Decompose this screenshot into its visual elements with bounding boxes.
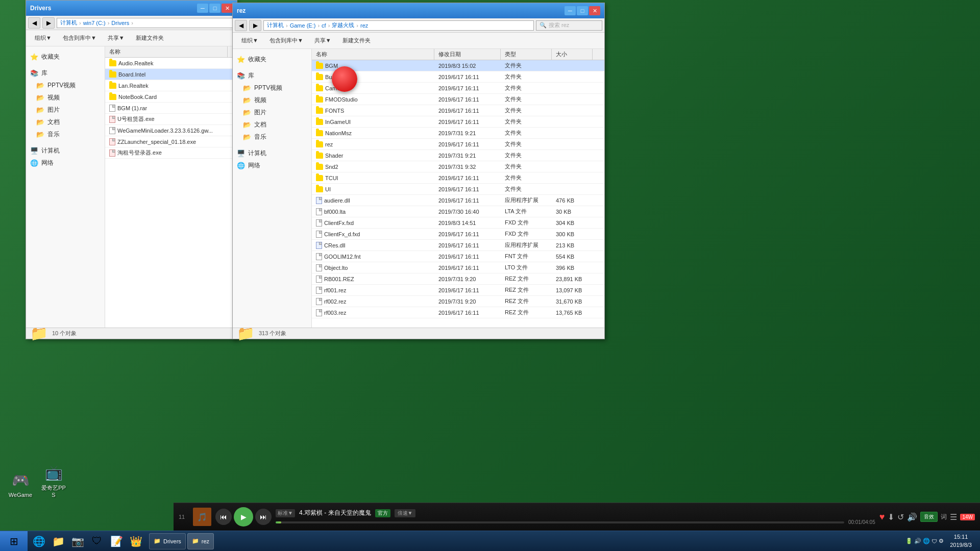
file-row-ingameui[interactable]: InGameUI 2019/6/17 16:11 文件夹 bbox=[312, 116, 604, 128]
search-box-rez[interactable]: 🔍 搜索 rez bbox=[536, 20, 602, 31]
taskbar-icon-word[interactable]: 📝 bbox=[107, 532, 126, 550]
file-row-audio-realtek[interactable]: Audio.Realtek bbox=[105, 58, 237, 69]
media-speed[interactable]: 倍速▼ bbox=[395, 509, 416, 517]
sidebar-item-computer[interactable]: 🖥️ 计算机 bbox=[26, 144, 105, 157]
taskbar-icon-camera[interactable]: 📷 bbox=[68, 532, 87, 550]
organize-button-rez[interactable]: 组织▼ bbox=[237, 35, 263, 47]
forward-button-rez[interactable]: ▶ bbox=[249, 20, 261, 31]
taskbar-icon-360[interactable]: 🛡 bbox=[88, 532, 106, 550]
sidebar-item-music[interactable]: 📂 音乐 bbox=[26, 128, 105, 140]
share-button-drivers[interactable]: 共享▼ bbox=[103, 32, 129, 44]
file-row-tao-exe[interactable]: 淘租号登录器.exe bbox=[105, 147, 237, 159]
media-progress-bar[interactable] bbox=[276, 521, 844, 523]
tray-icon-2[interactable]: 🔊 bbox=[914, 538, 921, 544]
file-row-clientfx-d-fxd[interactable]: ClientFx_d.fxd 2019/6/17 16:11 FXD 文件 30… bbox=[312, 229, 604, 240]
file-row-rf002-rez[interactable]: rf002.rez 2019/7/31 9:20 REZ 文件 31,670 K… bbox=[312, 296, 604, 307]
close-button-rez[interactable]: ✕ bbox=[589, 6, 600, 15]
sidebar-rez-favorites[interactable]: ⭐ 收藏夹 bbox=[233, 53, 311, 65]
media-loop-button[interactable]: ↺ bbox=[897, 512, 904, 522]
close-button-drivers[interactable]: ✕ bbox=[222, 4, 233, 13]
sidebar-item-docs[interactable]: 📂 文档 bbox=[26, 116, 105, 128]
sidebar-rez-computer[interactable]: 🖥️ 计算机 bbox=[233, 147, 311, 159]
new-folder-button-rez[interactable]: 新建文件夹 bbox=[338, 35, 375, 47]
file-row-fonts[interactable]: FONTS 2019/6/17 16:11 文件夹 bbox=[312, 105, 604, 116]
sidebar-rez-music[interactable]: 📂 音乐 bbox=[233, 131, 311, 143]
file-row-clientfx-fxd[interactable]: ClientFx.fxd 2019/8/3 14:51 FXD 文件 304 K… bbox=[312, 217, 604, 229]
tray-icon-5[interactable]: ⚙ bbox=[939, 538, 944, 544]
media-lyrics-button[interactable]: 词 bbox=[941, 513, 947, 521]
maximize-button-rez[interactable]: □ bbox=[577, 6, 588, 15]
sidebar-rez-library[interactable]: 📚 库 bbox=[233, 69, 311, 82]
file-row-object-lto[interactable]: Object.lto 2019/6/17 16:11 LTO 文件 396 KB bbox=[312, 262, 604, 273]
file-row-u-exe[interactable]: U号租赁器.exe bbox=[105, 114, 237, 125]
path-rez[interactable]: rez bbox=[360, 22, 368, 29]
media-volume-label[interactable]: 音效 bbox=[920, 512, 938, 522]
file-row-wegame[interactable]: WeGameMiniLoader.3.23.3.6126.gw... bbox=[105, 125, 237, 136]
sidebar-rez-pptv[interactable]: 📂 PPTV视频 bbox=[233, 82, 311, 94]
sidebar-item-favorites[interactable]: ⭐ 收藏夹 bbox=[26, 51, 105, 63]
col-header-name-drivers[interactable]: 名称 bbox=[105, 46, 228, 57]
path-computer-drivers[interactable]: 计算机 bbox=[60, 19, 77, 27]
file-row-rf001-rez[interactable]: rf001.rez 2019/6/17 16:11 REZ 文件 13,097 … bbox=[312, 285, 604, 296]
back-button-drivers[interactable]: ◀ bbox=[28, 17, 40, 29]
sidebar-rez-photos[interactable]: 📂 图片 bbox=[233, 106, 311, 118]
file-row-fmodstudio[interactable]: FMODStudio 2019/6/17 16:11 文件夹 bbox=[312, 94, 604, 105]
minimize-button-rez[interactable]: ─ bbox=[565, 6, 576, 15]
file-row-tcui[interactable]: TCUI 2019/6/17 16:11 文件夹 bbox=[312, 172, 604, 184]
path-computer-rez[interactable]: 计算机 bbox=[267, 21, 284, 29]
path-game-e[interactable]: Game (E:) bbox=[290, 22, 316, 29]
back-button-rez[interactable]: ◀ bbox=[235, 20, 247, 31]
media-prev-button[interactable]: ⏮ bbox=[215, 509, 232, 525]
file-row-goolim-fnt[interactable]: GOOLIM12.fnt 2019/6/17 16:11 FNT 文件 554 … bbox=[312, 251, 604, 262]
file-row-board-intel[interactable]: Board.Intel bbox=[105, 69, 237, 80]
sidebar-item-pptv[interactable]: 📂 PPTV视频 bbox=[26, 79, 105, 91]
file-row-rf003-rez[interactable]: rf003.rez 2019/6/17 16:11 REZ 文件 13,765 … bbox=[312, 307, 604, 318]
forward-button-drivers[interactable]: ▶ bbox=[42, 17, 55, 29]
sidebar-item-network[interactable]: 🌐 网络 bbox=[26, 157, 105, 169]
taskbar-icon-explorer[interactable]: 📁 bbox=[49, 532, 67, 550]
col-header-date-rez[interactable]: 修改日期 bbox=[434, 49, 501, 60]
taskbar-app-drivers[interactable]: 📁 Drivers bbox=[149, 533, 186, 549]
titlebar-drivers[interactable]: Drivers ─ □ ✕ bbox=[26, 1, 237, 16]
file-row-ui[interactable]: UI 2019/6/17 16:11 文件夹 bbox=[312, 184, 604, 195]
file-row-audiere-dll[interactable]: audiere.dll 2019/6/17 16:11 应用程序扩展 476 K… bbox=[312, 195, 604, 206]
desktop-icon-wegame[interactable]: 🎮 WeGame bbox=[5, 468, 36, 500]
path-crossfire[interactable]: 穿越火线 bbox=[332, 21, 354, 29]
share-button-rez[interactable]: 共享▼ bbox=[310, 35, 336, 47]
titlebar-rez[interactable]: rez ─ □ ✕ bbox=[233, 3, 604, 18]
media-heart-button[interactable]: ♥ bbox=[879, 512, 885, 522]
organize-button-drivers[interactable]: 组织▼ bbox=[30, 32, 56, 44]
file-row-shader[interactable]: Shader 2019/7/31 9:21 文件夹 bbox=[312, 150, 604, 161]
media-volume-icon[interactable]: 🔊 bbox=[907, 512, 917, 522]
taskbar-icon-ie[interactable]: 🌐 bbox=[30, 532, 48, 550]
file-row-bgm-rar[interactable]: BGM (1).rar bbox=[105, 103, 237, 114]
new-folder-button-drivers[interactable]: 新建文件夹 bbox=[131, 32, 168, 44]
file-row-notebook[interactable]: NoteBook.Card bbox=[105, 91, 237, 103]
path-cf[interactable]: cf bbox=[322, 22, 326, 29]
file-row-rez-folder[interactable]: rez 2019/6/17 16:11 文件夹 bbox=[312, 139, 604, 150]
col-header-type-rez[interactable]: 类型 bbox=[501, 49, 552, 60]
maximize-button-drivers[interactable]: □ bbox=[209, 4, 220, 13]
file-row-cres-dll[interactable]: CRes.dll 2019/6/17 16:11 应用程序扩展 213 KB bbox=[312, 240, 604, 251]
taskbar-app-rez[interactable]: 📁 rez bbox=[187, 533, 214, 549]
include-library-button-rez[interactable]: 包含到库中▼ bbox=[265, 35, 308, 47]
sidebar-rez-network[interactable]: 🌐 网络 bbox=[233, 159, 311, 171]
sidebar-item-photos[interactable]: 📂 图片 bbox=[26, 104, 105, 116]
file-row-snd2[interactable]: Snd2 2019/7/31 9:32 文件夹 bbox=[312, 161, 604, 172]
tray-icon-4[interactable]: 🛡 bbox=[932, 538, 937, 544]
tray-icon-3[interactable]: 🌐 bbox=[923, 538, 930, 544]
media-playlist-button[interactable]: ☰ bbox=[950, 512, 957, 522]
sidebar-rez-video[interactable]: 📂 视频 bbox=[233, 94, 311, 106]
file-row-lan-realtek[interactable]: Lan.Realtek bbox=[105, 80, 237, 91]
media-download-button[interactable]: ⬇ bbox=[888, 512, 894, 522]
start-button[interactable]: ⊞ bbox=[0, 531, 28, 552]
desktop-icon-iqiyi[interactable]: 📺 爱奇艺PPS bbox=[38, 460, 69, 500]
file-row-rb001-rez[interactable]: RB001.REZ 2019/7/31 9:20 REZ 文件 23,891 K… bbox=[312, 273, 604, 285]
media-next-button[interactable]: ⏭ bbox=[255, 509, 272, 525]
path-drivers[interactable]: Drivers bbox=[111, 20, 129, 26]
taskbar-icon-king[interactable]: 👑 bbox=[127, 532, 145, 550]
col-header-name-rez[interactable]: 名称 bbox=[312, 49, 434, 60]
file-row-zzlauncher[interactable]: ZZLauncher_special_01.18.exe bbox=[105, 136, 237, 147]
include-library-button-drivers[interactable]: 包含到库中▼ bbox=[58, 32, 101, 44]
media-quality[interactable]: 标准▼ bbox=[276, 509, 295, 517]
